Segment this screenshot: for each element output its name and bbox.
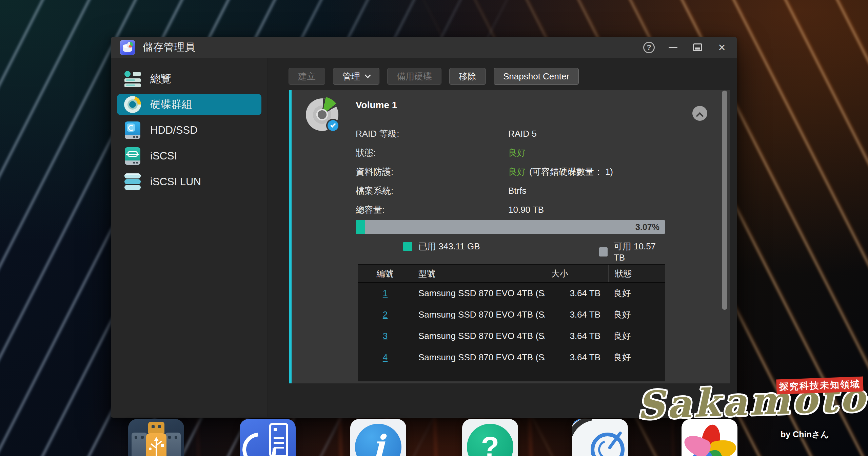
table-row: 4 Samsung SSD 870 EVO 4TB (S/... 3.64 TB… [358,347,665,368]
manage-button[interactable]: 管理 [333,68,379,85]
sidebar-item-label: 總覽 [150,72,171,86]
protection-detail: (可容錯硬碟數量： 1) [529,167,613,177]
protection-status-value: 良好 [508,167,526,177]
sidebar-item-overview[interactable]: 總覽 [117,68,261,89]
create-button[interactable]: 建立 [289,68,325,85]
titlebar[interactable]: 儲存管理員 ? × [111,37,737,58]
usage-percent-label: 3.07% [635,220,659,234]
window-title: 儲存管理員 [143,40,195,54]
usage-progress-fill [356,220,365,234]
taskbar-speedtest-icon[interactable] [572,419,628,456]
hdd-ssd-icon [124,121,141,139]
sidebar-item-disk-group[interactable]: 硬碟群組 [117,94,261,115]
disk-status: 良好 [609,325,665,347]
chevron-down-icon [364,72,371,78]
disk-number-link[interactable]: 4 [383,352,388,363]
disk-model: Samsung SSD 870 EVO 4TB (S/... [412,325,545,347]
usage-legend: 已用 343.11 GB 可用 10.57 TB [356,241,665,254]
taskbar-help-icon[interactable]: ? [462,419,518,456]
collapse-button[interactable] [692,106,707,121]
disk-size: 3.64 TB [545,304,609,325]
content-area: 建立 管理 備用硬碟 移除 Snapshot Center [268,58,737,417]
desktop: 儲存管理員 ? × 總覽 [0,0,868,456]
capacity-value: 10.90 TB [508,205,544,215]
toolbar: 建立 管理 備用硬碟 移除 Snapshot Center [289,68,579,85]
storage-manager-window: 儲存管理員 ? × 總覽 [111,37,737,418]
taskbar-photos-pinwheel-icon[interactable] [682,419,737,456]
maximize-button[interactable] [691,41,704,54]
window-controls: ? × [643,41,728,54]
legend-used: 已用 343.11 GB [403,241,480,252]
detail-row: 檔案系統: Btrfs [356,181,613,200]
volume-title: Volume 1 [356,100,397,111]
legend-available: 可用 10.57 TB [599,241,665,263]
disk-size: 3.64 TB [545,325,609,347]
help-icon[interactable]: ? [643,42,655,53]
spare-disk-button[interactable]: 備用硬碟 [387,68,441,85]
used-swatch-icon [403,242,412,251]
iscsi-lun-icon [124,173,141,191]
table-row: 3 Samsung SSD 870 EVO 4TB (S/... 3.64 TB… [358,325,665,347]
disk-size: 3.64 TB [545,347,609,368]
sidebar-item-iscsi[interactable]: iSCSI [117,146,261,167]
filesystem-value: Btrfs [508,186,526,196]
sidebar: 總覽 硬碟群組 HDD/SSD [111,58,268,417]
detail-row: RAID 等級: RAID 5 [356,124,613,143]
watermark-byline: by Chinさん [781,429,829,440]
disk-table: 編號 型號 大小 狀態 1 Samsung SSD 870 EVO 4TB (S… [358,264,665,381]
scrollbar-thumb[interactable] [722,91,727,310]
disk-model: Samsung SSD 870 EVO 4TB (S/... [412,347,545,368]
snapshot-center-button[interactable]: Snapshot Center [494,68,579,85]
sidebar-item-label: HDD/SSD [150,124,198,136]
available-swatch-icon [599,247,608,256]
sidebar-item-label: iSCSI [150,150,177,162]
table-row: 2 Samsung SSD 870 EVO 4TB (S/... 3.64 TB… [358,304,665,325]
usage-progress-bar: 3.07% [356,220,665,234]
sidebar-item-iscsi-lun[interactable]: iSCSI LUN [117,171,261,192]
disk-size: 3.64 TB [545,283,609,304]
disk-number-link[interactable]: 1 [383,288,388,299]
volume-icon [306,98,338,131]
table-row: 1 Samsung SSD 870 EVO 4TB (S/... 3.64 TB… [358,283,665,304]
volume-details: RAID 等級: RAID 5 狀態: 良好 資料防護: 良好(可容錯硬碟數量：… [356,124,613,219]
disk-status: 良好 [609,347,665,368]
taskbar-info-icon[interactable]: i [350,419,406,456]
detail-row: 狀態: 良好 [356,143,613,162]
pie-disc-icon [127,42,133,48]
detail-row: 總容量: 10.90 TB [356,200,613,219]
status-value: 良好 [508,147,526,159]
watermark-tagline: 探究科技未知領域 [776,377,863,395]
raid-level-value: RAID 5 [508,129,537,139]
disk-model: Samsung SSD 870 EVO 4TB (S/... [412,283,545,304]
disk-number-link[interactable]: 2 [383,309,388,320]
sidebar-item-label: 硬碟群組 [150,97,192,112]
healthy-check-icon [326,119,340,132]
minimize-button[interactable] [667,41,679,54]
close-button[interactable]: × [716,41,728,54]
sidebar-item-hdd-ssd[interactable]: HDD/SSD [117,120,261,141]
disk-table-header: 編號 型號 大小 狀態 [358,265,665,283]
taskbar-usb-copy-icon[interactable] [128,419,184,456]
disk-status: 良好 [609,304,665,325]
sidebar-item-label: iSCSI LUN [150,176,201,188]
disk-group-icon [124,96,141,113]
iscsi-icon [124,147,141,165]
volume-panel: Volume 1 RAID 等級: RAID 5 狀態: 良好 資料防護: [289,90,730,383]
detail-row: 資料防護: 良好(可容錯硬碟數量： 1) [356,162,613,181]
disk-model: Samsung SSD 870 EVO 4TB (S/... [412,304,545,325]
remove-button[interactable]: 移除 [449,68,486,85]
disk-number-link[interactable]: 3 [383,331,388,341]
disk-status: 良好 [609,283,665,304]
storage-manager-app-icon [120,40,135,55]
chevron-up-icon [696,112,704,120]
overview-icon [124,70,141,88]
taskbar-cloud-station-icon[interactable] [240,419,296,456]
